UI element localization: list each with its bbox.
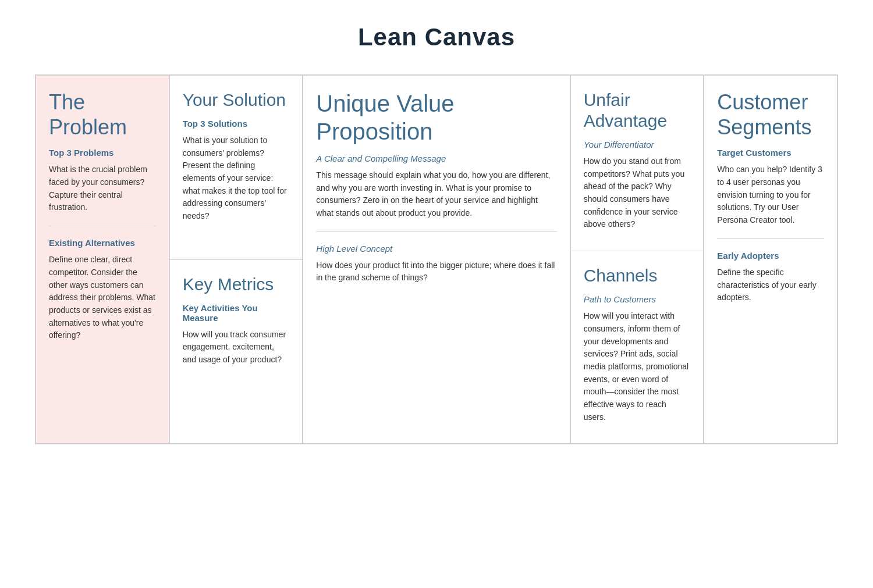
metrics-text: How will you track consumer engagement, …	[183, 329, 290, 366]
lean-canvas-grid: The Problem Top 3 Problems What is the c…	[35, 74, 838, 444]
unfair-inner: Unfair Advantage Your Differentiator How…	[571, 76, 704, 443]
segments-divider	[717, 238, 824, 239]
channels-bottom: Channels Path to Customers How will you …	[571, 251, 704, 443]
unfair-sub1-label: Your Differentiator	[584, 140, 691, 149]
segments-sub2-label: Early Adopters	[717, 251, 824, 261]
segments-cell: Customer Segments Target Customers Who c…	[704, 75, 837, 444]
problem-title: The Problem	[49, 90, 156, 140]
problem-cell: The Problem Top 3 Problems What is the c…	[36, 75, 169, 444]
problem-sub1-label: Top 3 Problems	[49, 148, 156, 158]
unfair-sub1-text: How do you stand out from competitors? W…	[584, 155, 691, 231]
unfair-column: Unfair Advantage Your Differentiator How…	[570, 75, 704, 444]
solution-sub1-text: What is your solution to consumers' prob…	[183, 134, 290, 223]
problem-divider	[49, 226, 156, 226]
uvp-sub1-label: A Clear and Compelling Message	[316, 154, 556, 163]
problem-sub1-text: What is the crucial problem faced by you…	[49, 163, 156, 214]
segments-title: Customer Segments	[717, 90, 824, 140]
problem-sub2-label: Existing Alternatives	[49, 238, 156, 248]
metrics-sub-label: Key Activities You Measure	[183, 303, 290, 323]
metrics-title: Key Metrics	[183, 274, 290, 295]
segments-sub1-label: Target Customers	[717, 148, 824, 158]
metrics-bottom: Key Metrics Key Activities You Measure H…	[170, 260, 303, 444]
page-container: Lean Canvas The Problem Top 3 Problems W…	[0, 0, 873, 479]
unfair-title: Unfair Advantage	[584, 90, 691, 131]
solution-inner: Your Solution Top 3 Solutions What is yo…	[170, 76, 303, 443]
solution-top: Your Solution Top 3 Solutions What is yo…	[170, 76, 303, 260]
segments-sub1-text: Who can you help? Identify 3 to 4 user p…	[717, 163, 824, 226]
uvp-sub1-text: This message should explain what you do,…	[316, 169, 556, 220]
problem-sub2-text: Define one clear, direct competitor. Con…	[49, 254, 156, 342]
channels-text: How will you interact with consumers, in…	[584, 310, 691, 423]
channels-sub-label: Path to Customers	[584, 294, 691, 304]
uvp-divider	[316, 231, 556, 232]
solution-column: Your Solution Top 3 Solutions What is yo…	[169, 75, 303, 444]
uvp-cell: Unique Value Proposition A Clear and Com…	[303, 75, 570, 444]
page-title: Lean Canvas	[35, 23, 838, 51]
segments-sub2-text: Define the specific characteristics of y…	[717, 266, 824, 304]
solution-title: Your Solution	[183, 90, 290, 111]
uvp-title: Unique Value Proposition	[316, 90, 556, 145]
unfair-top: Unfair Advantage Your Differentiator How…	[571, 76, 704, 251]
solution-sub1-label: Top 3 Solutions	[183, 119, 290, 129]
uvp-sub2-label: High Level Concept	[316, 244, 556, 254]
channels-title: Channels	[584, 265, 691, 286]
uvp-sub2-text: How does your product fit into the bigge…	[316, 259, 556, 284]
